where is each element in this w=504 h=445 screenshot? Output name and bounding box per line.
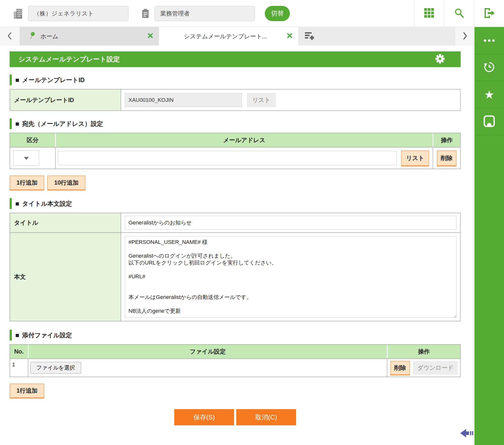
topbar-actions	[414, 0, 504, 27]
add-one-row-button[interactable]: 1行追加	[10, 175, 44, 190]
company-input[interactable]	[28, 6, 128, 21]
recipients-table: 区分 メールアドレス 操作 リスト 削除	[10, 133, 461, 169]
tab-bar-empty	[321, 27, 455, 46]
chevron-down-icon	[24, 157, 29, 160]
cancel-button[interactable]: 取消(C)	[236, 409, 296, 425]
attachment-no: 1	[10, 359, 28, 377]
tab-home[interactable]: ホーム	[20, 27, 159, 46]
template-id-table: メールテンプレートID リスト	[10, 89, 461, 111]
choose-file-button[interactable]: ファイルを選択	[30, 362, 81, 374]
role-input[interactable]	[155, 6, 255, 21]
attachment-row: 1 ファイルを選択 削除 ダウンロード	[10, 359, 460, 377]
footer-actions: 保存(S) 取消(C)	[10, 409, 461, 425]
main-area: ホーム システムメールテンプレート...	[0, 27, 474, 445]
add-list-icon	[305, 32, 315, 41]
logout-icon	[484, 8, 495, 19]
attachment-download-button: ダウンロード	[413, 361, 458, 375]
template-id-label: メールテンプレートID	[10, 89, 121, 110]
add-ten-rows-button[interactable]: 10行追加	[47, 175, 85, 190]
search-icon	[454, 8, 465, 19]
company-icon	[13, 8, 23, 19]
section-title-body-heading: ■ タイトル本文設定	[10, 198, 461, 209]
collapse-panel-arrow-icon[interactable]	[460, 428, 473, 439]
section-marker: ■	[15, 77, 19, 82]
tab-home-close-icon[interactable]	[147, 33, 154, 40]
sidebar-favorites-button[interactable]: ★	[474, 81, 504, 108]
tab-mail-template[interactable]: システムメールテンプレート...	[159, 27, 298, 46]
history-icon	[483, 61, 495, 74]
col-header-action: 操作	[433, 133, 460, 147]
attachments-add-buttons: 1行追加	[10, 384, 461, 398]
tab-scroll-right-button[interactable]	[455, 27, 474, 46]
section-template-id-heading: ■ メールテンプレートID	[10, 74, 461, 85]
chevron-left-icon	[7, 32, 13, 41]
tab-scroll-left-button[interactable]	[0, 27, 20, 46]
star-icon: ★	[484, 89, 494, 100]
attachment-delete-button[interactable]: 削除	[390, 361, 410, 375]
template-id-input	[125, 93, 242, 107]
attachments-table: No. ファイル設定 操作 1 ファイルを選択 削除 ダウンロード	[10, 344, 461, 377]
settings-gear-icon[interactable]	[435, 54, 445, 65]
title-label: タイトル	[10, 213, 121, 232]
recipients-add-buttons: 1行追加 10行追加	[10, 175, 461, 190]
more-icon	[484, 39, 495, 42]
right-sidebar: ★	[474, 27, 504, 445]
tab-home-label: ホーム	[40, 33, 147, 40]
sidebar-more-button[interactable]	[474, 27, 504, 54]
section-accent-bar	[10, 74, 12, 85]
section-accent-bar	[10, 118, 12, 129]
chevron-right-icon	[462, 32, 468, 41]
tab-bar: ホーム システムメールテンプレート...	[0, 27, 474, 46]
recipient-list-button[interactable]: リスト	[401, 151, 429, 166]
sidebar-memo-button[interactable]	[474, 108, 504, 135]
tab-mail-template-close-icon[interactable]	[287, 33, 293, 40]
section-accent-bar	[10, 198, 12, 209]
section-accent-bar	[10, 330, 12, 341]
col-header-no: No.	[10, 345, 28, 359]
recipient-address-input[interactable]	[58, 151, 397, 165]
sidebar-history-button[interactable]	[474, 54, 504, 81]
col-header-action: 操作	[387, 345, 460, 359]
role-icon	[142, 8, 149, 19]
col-header-file: ファイル設定	[28, 345, 387, 359]
search-button[interactable]	[444, 0, 474, 27]
logout-button[interactable]	[474, 0, 504, 27]
page-title-bar: システムメールテンプレート設定	[10, 51, 461, 67]
tab-mail-template-label: システムメールテンプレート...	[164, 33, 287, 40]
apps-grid-button[interactable]	[414, 0, 444, 27]
pin-icon[interactable]	[29, 32, 36, 41]
apps-grid-icon	[424, 8, 435, 19]
add-one-attachment-button[interactable]: 1行追加	[10, 384, 44, 398]
recipient-delete-button[interactable]: 削除	[437, 151, 456, 166]
template-id-list-button: リスト	[247, 93, 276, 107]
add-tab-button[interactable]	[298, 27, 321, 46]
save-button[interactable]: 保存(S)	[174, 409, 234, 425]
section-attachments-heading: ■ 添付ファイル設定	[10, 330, 461, 341]
col-header-type: 区分	[10, 133, 55, 147]
memo-icon	[484, 115, 495, 128]
mail-body-textarea[interactable]: #PERSONAL_USER_NAME# 様 Generalistへのログインが…	[125, 236, 456, 318]
recipient-row: リスト 削除	[10, 148, 460, 169]
mail-title-input[interactable]	[125, 216, 456, 230]
col-header-address: メールアドレス	[55, 133, 433, 147]
topbar: 切替	[0, 0, 504, 27]
section-recipients-heading: ■ 宛先（メールアドレス）設定	[10, 118, 461, 129]
page-title: システムメールテンプレート設定	[18, 55, 435, 64]
body-label: 本文	[10, 233, 121, 321]
title-body-table: タイトル 本文 #PERSONAL_USER_NAME# 様 Generalis…	[10, 213, 461, 321]
recipient-type-select[interactable]	[13, 151, 39, 166]
switch-button[interactable]: 切替	[265, 6, 290, 21]
